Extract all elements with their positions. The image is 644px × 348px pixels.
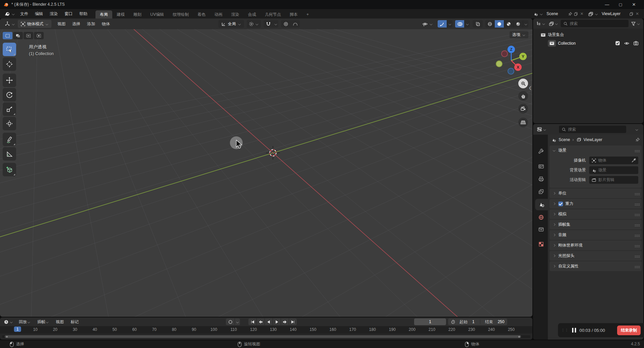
shading-material-button[interactable] xyxy=(504,20,514,28)
next-keyframe-button[interactable] xyxy=(281,318,289,325)
transform-orientation-selector[interactable]: 全局 xyxy=(218,20,244,28)
frame-tick-160[interactable]: 160 xyxy=(329,327,336,332)
panel-header-插帧集[interactable]: 插帧集 xyxy=(550,220,642,229)
frame-tick-20[interactable]: 20 xyxy=(53,327,57,332)
gizmos-toggle[interactable] xyxy=(438,20,447,28)
properties-tab-scene[interactable] xyxy=(535,199,548,210)
timeline-scrollbar[interactable] xyxy=(0,334,532,340)
panel-grip[interactable] xyxy=(635,204,636,204)
editor-type-button[interactable] xyxy=(536,126,548,133)
pan-button[interactable] xyxy=(518,91,528,101)
stop-recording-button[interactable]: 结束录制 xyxy=(617,325,641,335)
properties-tab-world[interactable] xyxy=(534,212,548,223)
xray-toggle[interactable] xyxy=(473,20,483,28)
frame-tick-200[interactable]: 200 xyxy=(409,327,415,332)
proportional-edit-toggle[interactable] xyxy=(281,20,290,28)
select-subtract-button[interactable] xyxy=(24,32,33,39)
frame-tick-140[interactable]: 140 xyxy=(290,327,296,332)
panel-grip[interactable] xyxy=(635,214,636,215)
outliner-row-collection[interactable]: Collection xyxy=(533,39,643,47)
editor-type-button[interactable] xyxy=(535,20,547,27)
gizmo-neg-x-axis[interactable] xyxy=(501,50,508,57)
scrollbar-handle[interactable] xyxy=(5,335,521,338)
cursor-tool-button[interactable] xyxy=(3,57,16,71)
properties-tab-texture[interactable] xyxy=(534,238,548,250)
visibility-dropdown[interactable] xyxy=(420,20,435,28)
timeline-menu-视图[interactable]: 视图 xyxy=(52,317,67,327)
shading-rendered-button[interactable] xyxy=(514,20,523,28)
scene-panel-header[interactable]: 场景 xyxy=(550,145,642,155)
disable-in-render-camera-icon[interactable] xyxy=(633,41,639,46)
scale-tool-button[interactable] xyxy=(3,102,16,116)
panel-grip[interactable] xyxy=(635,256,636,256)
properties-tab-tool[interactable] xyxy=(534,145,548,157)
menubar-item-文件[interactable]: 文件 xyxy=(17,9,32,18)
frame-tick-210[interactable]: 210 xyxy=(429,327,435,332)
workspace-tab-+[interactable]: + xyxy=(302,10,313,18)
timeline-menu-插帧[interactable]: 插帧 xyxy=(34,317,52,327)
shading-dropdown[interactable] xyxy=(523,20,528,28)
workspace-tab-UV编辑[interactable]: UV编辑 xyxy=(146,10,168,18)
frame-tick-180[interactable]: 180 xyxy=(369,327,376,332)
menubar-item-编辑[interactable]: 编辑 xyxy=(32,9,46,18)
close-button[interactable]: ✕ xyxy=(627,0,641,9)
properties-search[interactable]: 搜索 xyxy=(559,126,626,133)
camera-view-button[interactable] xyxy=(518,104,528,114)
select-set-button[interactable] xyxy=(3,32,12,39)
frame-tick-100[interactable]: 100 xyxy=(210,327,217,332)
workspace-tab-脚本[interactable]: 脚本 xyxy=(285,10,302,18)
viewport-canvas[interactable]: 用户透视 (1) Collection 选项 Z Y X xyxy=(0,29,532,317)
panel-header-重力[interactable]: 重力 xyxy=(550,199,642,209)
breadcrumb-scene[interactable]: Scene xyxy=(559,137,570,142)
select-box-tool-button[interactable] xyxy=(3,43,16,56)
editor-type-button[interactable] xyxy=(3,20,17,28)
gizmo-neg-y-axis[interactable] xyxy=(496,60,502,67)
minimize-button[interactable]: — xyxy=(600,0,614,9)
frame-tick-50[interactable]: 50 xyxy=(112,327,117,332)
drag-handle-icon[interactable]: ⋮⋮ xyxy=(561,329,569,331)
gizmo-y-axis[interactable]: Y xyxy=(519,53,527,60)
transform-tool-button[interactable] xyxy=(3,117,16,130)
gizmo-x-axis[interactable]: X xyxy=(514,63,522,71)
scrollbar-right-dot[interactable] xyxy=(518,336,520,338)
overlays-dropdown[interactable] xyxy=(465,20,470,28)
frame-tick-60[interactable]: 60 xyxy=(132,327,136,332)
zoom-button[interactable] xyxy=(518,79,528,88)
panel-header-单位[interactable]: 单位 xyxy=(550,188,642,198)
previous-keyframe-button[interactable] xyxy=(256,318,265,325)
panel-grip[interactable] xyxy=(635,224,636,225)
menubar-item-窗口[interactable]: 窗口 xyxy=(61,9,76,18)
frame-ruler[interactable]: 1102030405060708090100110120130140150160… xyxy=(0,326,532,334)
panel-header-音频[interactable]: 音频 xyxy=(550,230,642,240)
workspace-tab-着色[interactable]: 着色 xyxy=(193,10,210,18)
scrollbar-left-dot[interactable] xyxy=(6,336,8,338)
sidebar-toggle-arrow[interactable]: ❮ xyxy=(529,86,532,90)
timeline-menu-回放[interactable]: 回放 xyxy=(15,317,34,327)
end-value[interactable]: 250 xyxy=(498,319,505,324)
play-reverse-button[interactable] xyxy=(265,318,273,325)
frame-tick-120[interactable]: 120 xyxy=(250,327,257,332)
workspace-tab-建模[interactable]: 建模 xyxy=(112,10,129,18)
frame-tick-80[interactable]: 80 xyxy=(172,327,176,332)
exclude-checkbox-checked[interactable] xyxy=(615,41,620,46)
panel-grip[interactable] xyxy=(635,235,636,235)
properties-tab-view-layer[interactable] xyxy=(534,186,548,198)
workspace-tab-渲染[interactable]: 渲染 xyxy=(227,10,244,18)
ortho-grid-button[interactable] xyxy=(518,118,528,127)
workspace-tab-几何节点[interactable]: 几何节点 xyxy=(260,10,285,18)
select-extend-button[interactable] xyxy=(13,32,23,39)
properties-tab-output[interactable] xyxy=(534,173,548,185)
snap-toggle[interactable] xyxy=(264,20,273,28)
frame-tick-70[interactable]: 70 xyxy=(152,327,156,332)
add-cube-tool-button[interactable] xyxy=(3,163,16,176)
start-value[interactable]: 1 xyxy=(472,319,475,324)
frame-tick-170[interactable]: 170 xyxy=(349,327,356,332)
gravity-checkbox-checked[interactable] xyxy=(558,202,563,206)
gizmos-dropdown[interactable] xyxy=(447,20,452,28)
app-menu-button[interactable] xyxy=(3,10,17,17)
editor-type-button[interactable] xyxy=(3,318,14,325)
gizmo-z-axis[interactable]: Z xyxy=(508,46,515,53)
panel-grip[interactable] xyxy=(635,193,636,194)
rotate-tool-button[interactable] xyxy=(3,88,16,101)
workspace-tab-雕刻[interactable]: 雕刻 xyxy=(129,10,146,18)
